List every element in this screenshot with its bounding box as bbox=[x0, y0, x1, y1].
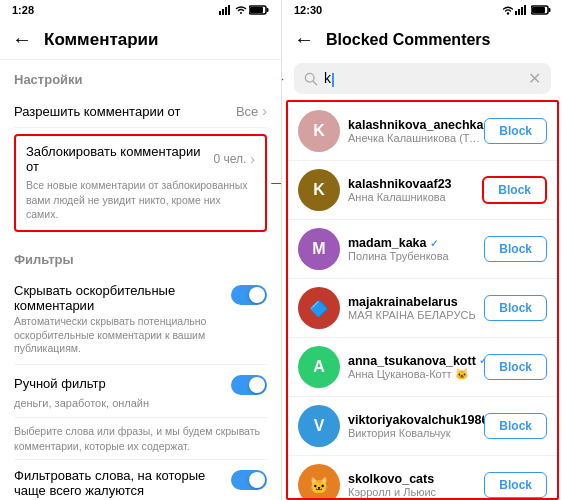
manual-filter-toggle[interactable] bbox=[231, 375, 267, 395]
search-input[interactable]: k bbox=[324, 70, 528, 86]
avatar: V bbox=[298, 405, 340, 447]
search-clear-icon[interactable]: ✕ bbox=[528, 69, 541, 88]
blocked-list: Kkalashnikova_anechkaАнечка Калашникова … bbox=[286, 100, 559, 500]
search-icon bbox=[304, 72, 318, 86]
display-name: Анна Цуканова-Котт 🐱 bbox=[348, 368, 484, 381]
avatar: M bbox=[298, 228, 340, 270]
manual-filter-desc: Выберите слова или фразы, и мы будем скр… bbox=[14, 418, 267, 460]
svg-rect-9 bbox=[518, 9, 520, 15]
back-icon-right[interactable]: ← bbox=[294, 28, 314, 51]
block-button[interactable]: Block bbox=[484, 354, 547, 380]
left-status-icons bbox=[219, 5, 269, 15]
settings-section: Настройки Разрешить комментарии от Все ›… bbox=[0, 60, 281, 242]
right-wifi-icon bbox=[503, 5, 513, 15]
block-button[interactable]: Block bbox=[484, 118, 547, 144]
user-info: madam_kaka ✓Полина Трубенкова bbox=[348, 236, 484, 262]
user-info: viktoriyakovalchuk1986Виктория Ковальчук bbox=[348, 413, 484, 439]
manual-filter-title: Ручной фильтр bbox=[14, 373, 267, 395]
left-panel: 1:28 ← Комментарии Настройки bbox=[0, 0, 282, 500]
display-name: Полина Трубенкова bbox=[348, 250, 484, 262]
allow-comments-chevron: › bbox=[262, 103, 267, 119]
username: anna_tsukanova_kott ✓ bbox=[348, 354, 484, 368]
frequent-words-toggle[interactable] bbox=[231, 470, 267, 490]
avatar: 🐱 bbox=[298, 464, 340, 500]
block-button[interactable]: Block bbox=[484, 472, 547, 498]
svg-rect-13 bbox=[532, 7, 545, 13]
username: majakrainabelarus bbox=[348, 295, 484, 309]
left-page-title: Комментарии bbox=[44, 30, 158, 50]
hide-offensive-text: Скрывать оскорбительные комментарии Авто… bbox=[14, 283, 231, 356]
right-header: ← Blocked Commenters bbox=[282, 20, 563, 59]
avatar: A bbox=[298, 346, 340, 388]
username: skolkovo_cats bbox=[348, 472, 484, 486]
svg-rect-10 bbox=[521, 7, 523, 15]
block-button[interactable]: Block bbox=[484, 295, 547, 321]
frequent-words-title: Фильтровать слова, на которые чаще всего… bbox=[14, 468, 223, 498]
search-bar[interactable]: k ✕ → bbox=[294, 63, 551, 94]
hide-offensive-desc: Автоматически скрывать потенциально оско… bbox=[14, 315, 223, 356]
avatar: K bbox=[298, 169, 340, 211]
blocked-item: 🐱skolkovo_catsКэрролл и ЛьюисBlock bbox=[288, 456, 557, 500]
username: madam_kaka ✓ bbox=[348, 236, 484, 250]
right-status-icons bbox=[503, 5, 551, 15]
annotation-arrow-search: → bbox=[282, 66, 288, 92]
blocked-item: Kkalashnikova_anechkaАнечка Калашникова … bbox=[288, 102, 557, 161]
svg-point-7 bbox=[507, 12, 509, 14]
verified-icon: ✓ bbox=[430, 238, 438, 249]
blocked-item: Kkalashnikovaaf23Анна КалашниковаBlock bbox=[288, 161, 557, 220]
display-name: Анна Калашникова bbox=[348, 191, 482, 203]
frequent-words-row: Фильтровать слова, на которые чаще всего… bbox=[14, 460, 267, 500]
left-status-bar: 1:28 bbox=[0, 0, 281, 20]
block-comments-label: Заблокировать комментарии от bbox=[26, 144, 213, 174]
filters-label: Фильтры bbox=[14, 252, 267, 267]
hide-offensive-toggle[interactable] bbox=[231, 285, 267, 305]
right-time: 12:30 bbox=[294, 4, 322, 16]
manual-filter-row[interactable]: Ручной фильтр деньги, заработок, онлайн bbox=[14, 365, 267, 418]
right-page-title: Blocked Commenters bbox=[326, 31, 491, 49]
text-cursor bbox=[332, 73, 334, 87]
filters-section: Фильтры Скрывать оскорбительные коммента… bbox=[0, 242, 281, 500]
signal-icon bbox=[219, 5, 233, 15]
display-name: Анечка Калашникова (Тере... bbox=[348, 132, 484, 144]
back-icon-left[interactable]: ← bbox=[12, 28, 32, 51]
left-header: ← Комментарии bbox=[0, 20, 281, 60]
annotation-arrow-left: → bbox=[267, 170, 282, 196]
block-comments-count: 0 чел. bbox=[213, 152, 246, 166]
right-battery-icon bbox=[531, 5, 551, 15]
svg-rect-8 bbox=[515, 11, 517, 15]
svg-rect-3 bbox=[228, 5, 230, 15]
allow-comments-row[interactable]: Разрешить комментарии от Все › bbox=[14, 95, 267, 128]
block-comments-box[interactable]: Заблокировать комментарии от 0 чел. › Вс… bbox=[14, 134, 267, 232]
svg-rect-0 bbox=[219, 11, 221, 15]
hide-offensive-row: Скрывать оскорбительные комментарии Авто… bbox=[14, 275, 267, 365]
user-info: anna_tsukanova_kott ✓Анна Цуканова-Котт … bbox=[348, 354, 484, 381]
manual-filter-keywords: деньги, заработок, онлайн bbox=[14, 397, 267, 409]
svg-rect-2 bbox=[225, 7, 227, 15]
blocked-item: Mmadam_kaka ✓Полина ТрубенковаBlock bbox=[288, 220, 557, 279]
svg-line-16 bbox=[313, 81, 317, 85]
block-button[interactable]: Block bbox=[482, 176, 547, 204]
username: kalashnikovaaf23 bbox=[348, 177, 482, 191]
display-name: Кэрролл и Льюис bbox=[348, 486, 484, 498]
user-info: kalashnikova_anechkaАнечка Калашникова (… bbox=[348, 118, 484, 144]
svg-rect-14 bbox=[549, 8, 551, 12]
allow-comments-value: Все bbox=[236, 104, 258, 119]
block-button[interactable]: Block bbox=[484, 236, 547, 262]
avatar: 🔷 bbox=[298, 287, 340, 329]
svg-rect-5 bbox=[250, 7, 263, 13]
block-button[interactable]: Block bbox=[484, 413, 547, 439]
avatar: K bbox=[298, 110, 340, 152]
block-comments-desc: Все новые комментарии от заблокированных… bbox=[26, 178, 255, 222]
right-panel: 12:30 ← Blocked Commenters bbox=[282, 0, 563, 500]
svg-rect-6 bbox=[267, 8, 269, 12]
blocked-item: 🔷majakrainabelarusМАЯ КРАІНА БЕЛАРУСЬBlo… bbox=[288, 279, 557, 338]
frequent-words-text: Фильтровать слова, на которые чаще всего… bbox=[14, 468, 231, 500]
user-info: kalashnikovaaf23Анна Калашникова bbox=[348, 177, 482, 203]
right-signal-icon bbox=[515, 5, 529, 15]
wifi-icon bbox=[235, 5, 247, 15]
display-name: Виктория Ковальчук bbox=[348, 427, 484, 439]
svg-rect-1 bbox=[222, 9, 224, 15]
username: kalashnikova_anechka bbox=[348, 118, 484, 132]
user-info: majakrainabelarusМАЯ КРАІНА БЕЛАРУСЬ bbox=[348, 295, 484, 321]
username: viktoriyakovalchuk1986 bbox=[348, 413, 484, 427]
